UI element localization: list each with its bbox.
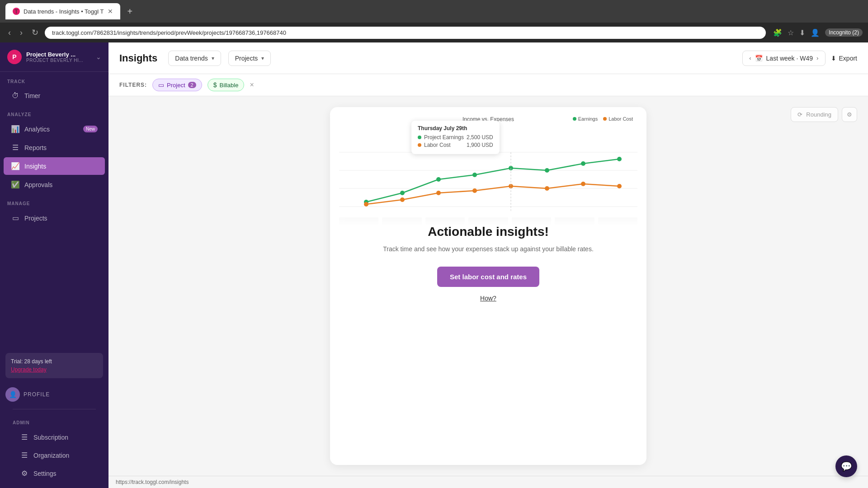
earnings-legend-dot (573, 117, 576, 121)
chart-preview: Income vs. Expenses Earnings Labor Cost (330, 107, 646, 225)
period-navigator[interactable]: ‹ 📅 Last week · W49 › (742, 51, 825, 66)
favicon-icon: T (13, 8, 20, 15)
gear-icon: ⚙ (847, 111, 852, 118)
sidebar-project-sub: PROJECT BEVERLY HI... (26, 58, 91, 63)
svg-point-10 (581, 161, 585, 166)
svg-point-6 (436, 177, 441, 182)
sidebar-item-settings[interactable]: ⚙ Settings (13, 465, 96, 482)
export-button[interactable]: ⬇ Export (831, 55, 857, 62)
sidebar-item-reports[interactable]: ☰ Reports (4, 139, 105, 156)
refresh-button[interactable]: ↻ (29, 26, 41, 39)
sidebar-item-label: Projects (24, 215, 47, 222)
card-subtext: Track time and see how your expenses sta… (383, 244, 594, 254)
sidebar-item-insights[interactable]: 📈 Insights (4, 157, 105, 175)
profile-section: 👤 PROFILE (5, 384, 103, 405)
insights-card: Income vs. Expenses Earnings Labor Cost (330, 107, 646, 465)
rounding-button[interactable]: ⟳ Rounding (791, 107, 838, 122)
timer-icon: ⏱ (11, 92, 20, 100)
svg-point-15 (472, 188, 477, 193)
subscription-icon: ☰ (20, 433, 29, 441)
sidebar-item-projects[interactable]: ▭ Projects (4, 209, 105, 227)
upgrade-link[interactable]: Upgrade today (11, 366, 98, 373)
sidebar-bottom: Trial: 28 days left Upgrade today 👤 PROF… (0, 347, 108, 488)
billable-filter-chip[interactable]: $ Billable (208, 79, 245, 91)
rounding-area: ⟳ Rounding ⚙ (791, 107, 857, 122)
chat-bubble-button[interactable]: 💬 (835, 455, 857, 477)
project-filter-chip[interactable]: ▭ Project 2 (152, 79, 202, 91)
tab-title: Data trends - Insights • Toggl T (24, 8, 104, 15)
prev-week-button[interactable]: ‹ (749, 55, 751, 61)
tooltip-earnings-row: Project Earnings 2,500 USD (418, 134, 493, 141)
status-url: https://track.toggl.com/insights (116, 479, 189, 485)
forward-button[interactable]: › (17, 26, 25, 39)
chart-tooltip: Thursday July 29th Project Earnings 2,50… (411, 121, 500, 154)
section-admin-label: ADMIN (5, 413, 103, 428)
extensions-icon: 🧩 (773, 28, 782, 37)
sidebar-item-subscription[interactable]: ☰ Subscription (13, 428, 96, 446)
sidebar-admin-items: ☰ Subscription ☰ Organization ⚙ Settings (5, 428, 103, 482)
section-track-label: TRACK (0, 72, 108, 87)
clear-filters-button[interactable]: × (250, 81, 254, 89)
svg-point-18 (581, 182, 585, 186)
rounding-settings-button[interactable]: ⚙ (842, 107, 857, 122)
back-button[interactable]: ‹ (5, 26, 14, 39)
card-headline: Actionable insights! (383, 225, 594, 239)
project-filter-badge: 2 (188, 82, 196, 88)
profile-label: PROFILE (24, 391, 50, 398)
incognito-badge: Incognito (2) (825, 28, 863, 37)
address-bar[interactable]: track.toggl.com/7862831/insights/trends/… (45, 27, 766, 39)
svg-point-7 (472, 173, 477, 177)
sidebar-item-label: Organization (33, 452, 69, 459)
sidebar: P Project Beverly ... PROJECT BEVERLY HI… (0, 42, 108, 488)
sidebar-item-organization[interactable]: ☰ Organization (13, 446, 96, 464)
tooltip-earnings-value: 2,500 USD (467, 134, 493, 141)
browser-nav-icons: 🧩 ☆ ⬇ 👤 Incognito (2) (773, 28, 863, 37)
chart-blur-overlay (330, 206, 646, 225)
content-area: ⟳ Rounding ⚙ Income vs. Expenses Earning… (108, 96, 868, 476)
sidebar-item-analytics[interactable]: 📊 Analytics New (4, 120, 105, 138)
section-manage-label: MANAGE (0, 194, 108, 209)
tab-close-icon[interactable]: ✕ (108, 8, 113, 15)
analytics-new-badge: New (83, 126, 98, 132)
card-body: Actionable insights! Track time and see … (365, 225, 612, 302)
labor-cost-legend-item: Labor Cost (603, 116, 633, 122)
sidebar-item-label: Insights (24, 163, 46, 170)
chevron-down-icon: ▾ (261, 55, 264, 61)
new-tab-button[interactable]: + (124, 6, 137, 17)
organization-icon: ☰ (20, 451, 29, 460)
browser-tab[interactable]: T Data trends - Insights • Toggl T ✕ (5, 3, 120, 19)
sidebar-logo: P (7, 50, 22, 64)
dropdown-label: Projects (235, 55, 258, 62)
page-title: Insights (119, 52, 157, 64)
earnings-legend-label: Earnings (578, 116, 598, 122)
app: P Project Beverly ... PROJECT BEVERLY HI… (0, 42, 868, 488)
tooltip-earnings-label: Project Earnings (424, 134, 464, 141)
section-analyze-label: ANALYZE (0, 105, 108, 120)
data-trends-dropdown[interactable]: Data trends ▾ (168, 51, 221, 66)
sidebar-item-approvals[interactable]: ✅ Approvals (4, 176, 105, 193)
filter-bar: FILTERS: ▭ Project 2 $ Billable × (108, 74, 868, 96)
sidebar-item-label: Subscription (33, 434, 68, 441)
next-week-button[interactable]: › (816, 55, 818, 61)
approvals-icon: ✅ (11, 180, 20, 189)
projects-dropdown[interactable]: Projects ▾ (228, 51, 271, 66)
chevron-down-icon: ▾ (212, 55, 214, 61)
rounding-label: Rounding (806, 111, 831, 118)
export-icon: ⬇ (831, 55, 836, 62)
chat-icon: 💬 (841, 461, 852, 472)
how-link[interactable]: How? (480, 295, 496, 302)
bookmark-icon: ☆ (788, 28, 794, 37)
svg-point-11 (617, 157, 622, 161)
sidebar-item-timer[interactable]: ⏱ Timer (4, 87, 105, 104)
avatar[interactable]: 👤 (5, 387, 20, 402)
set-labor-cost-button[interactable]: Set labor cost and rates (437, 267, 539, 287)
project-filter-label: Project (167, 82, 185, 89)
tooltip-labor-row: Labor Cost 1,900 USD (418, 142, 493, 148)
dropdown-label: Data trends (175, 55, 208, 62)
sidebar-chevron-icon[interactable]: ⌄ (96, 53, 101, 61)
address-text: track.toggl.com/7862831/insights/trends/… (52, 29, 286, 36)
status-bar: https://track.toggl.com/insights (108, 476, 868, 488)
svg-point-19 (617, 184, 622, 188)
topbar: Insights Data trends ▾ Projects ▾ ‹ 📅 La… (108, 42, 868, 74)
calendar-icon: 📅 (755, 55, 763, 62)
